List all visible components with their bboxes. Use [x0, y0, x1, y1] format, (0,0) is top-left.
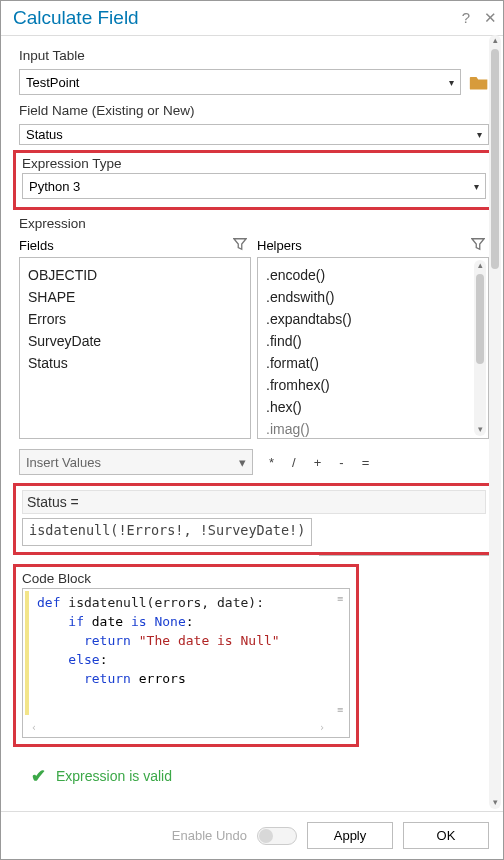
stepper-up-icon[interactable]: ≡: [337, 593, 343, 604]
help-icon[interactable]: ?: [462, 9, 470, 27]
filter-icon[interactable]: [233, 237, 247, 254]
scroll-thumb[interactable]: [476, 274, 484, 364]
input-table-value: TestPoint: [26, 75, 79, 90]
list-item[interactable]: .expandtabs(): [266, 308, 480, 330]
validation-row: ✔ Expression is valid: [31, 765, 489, 787]
footer-bar: Enable Undo Apply OK: [1, 811, 503, 859]
insert-operators-row: Insert Values ▾ * / + - =: [19, 449, 489, 475]
list-item[interactable]: SurveyDate: [28, 330, 242, 352]
helpers-header: Helpers: [257, 237, 489, 254]
operator-minus[interactable]: -: [339, 455, 343, 470]
list-item[interactable]: .hex(): [266, 396, 480, 418]
chevron-down-icon: ▾: [239, 455, 246, 470]
stepper-down-icon[interactable]: ≡: [337, 704, 343, 715]
operator-divide[interactable]: /: [292, 455, 296, 470]
toggle-knob: [259, 829, 273, 843]
field-name-label: Field Name (Existing or New): [19, 103, 489, 118]
helpers-column: Helpers .encode() .endswith() .expandtab…: [257, 237, 489, 439]
list-item[interactable]: SHAPE: [28, 286, 242, 308]
expression-type-select[interactable]: Python 3 ▾: [22, 173, 486, 199]
input-table-select[interactable]: TestPoint ▾: [19, 69, 461, 95]
fields-column: Fields OBJECTID SHAPE Errors SurveyDate …: [19, 237, 251, 439]
field-name-select[interactable]: Status ▾: [19, 124, 489, 145]
expression-label: Expression: [19, 216, 489, 231]
expression-input-wrap: isdatenull(!Errors!, !SurveyDate!): [22, 514, 486, 546]
insert-values-label: Insert Values: [26, 455, 101, 470]
chevron-down-icon: ▾: [477, 129, 482, 140]
code-content[interactable]: def isdatenull(errors, date): if date is…: [37, 593, 345, 688]
ok-button[interactable]: OK: [403, 822, 489, 849]
list-item[interactable]: .encode(): [266, 264, 480, 286]
enable-undo-toggle[interactable]: [257, 827, 297, 845]
scroll-thumb[interactable]: [491, 49, 499, 269]
titlebar-buttons: ? ✕: [462, 9, 497, 27]
title-bar: Calculate Field ? ✕: [1, 1, 503, 36]
list-item[interactable]: Errors: [28, 308, 242, 330]
expression-type-label: Expression Type: [22, 156, 486, 171]
helpers-label: Helpers: [257, 238, 302, 253]
input-table-row: TestPoint ▾: [19, 69, 489, 95]
check-icon: ✔: [31, 765, 46, 787]
code-block-highlight: Code Block def isdatenull(errors, date):…: [13, 564, 359, 747]
scroll-up-icon[interactable]: ▴: [489, 35, 501, 47]
scroll-down-icon[interactable]: ▾: [474, 424, 486, 436]
chevron-down-icon: ▾: [449, 77, 454, 88]
expression-input[interactable]: isdatenull(!Errors!, !SurveyDate!): [22, 518, 312, 546]
list-item[interactable]: .imag(): [266, 418, 480, 439]
code-block-label: Code Block: [22, 571, 350, 586]
code-vscrollbar[interactable]: ≡ ≡: [334, 593, 346, 715]
operator-plus[interactable]: +: [314, 455, 322, 470]
scroll-up-icon[interactable]: ▴: [474, 260, 486, 272]
validation-message: Expression is valid: [56, 768, 172, 784]
dialog-title: Calculate Field: [13, 7, 139, 29]
fields-helpers-section: Fields OBJECTID SHAPE Errors SurveyDate …: [19, 237, 489, 439]
operator-multiply[interactable]: *: [269, 455, 274, 470]
scroll-right-icon[interactable]: ›: [319, 722, 325, 734]
scrollbar[interactable]: ▴ ▾: [474, 260, 486, 436]
operator-equals[interactable]: =: [362, 455, 370, 470]
content-area: Input Table TestPoint ▾ Field Name (Exis…: [1, 36, 503, 787]
close-icon[interactable]: ✕: [484, 9, 497, 27]
list-item[interactable]: Status: [28, 352, 242, 374]
list-item[interactable]: .fromhex(): [266, 374, 480, 396]
list-item[interactable]: .find(): [266, 330, 480, 352]
expression-highlight: Status = isdatenull(!Errors!, !SurveyDat…: [13, 483, 495, 555]
filter-icon[interactable]: [471, 237, 485, 254]
list-item[interactable]: .endswith(): [266, 286, 480, 308]
code-gutter: [25, 591, 29, 715]
chevron-down-icon: ▾: [474, 181, 479, 192]
list-item[interactable]: OBJECTID: [28, 264, 242, 286]
input-table-label: Input Table: [19, 48, 489, 63]
list-item[interactable]: .format(): [266, 352, 480, 374]
expression-type-highlight: Expression Type Python 3 ▾: [13, 150, 495, 210]
apply-button[interactable]: Apply: [307, 822, 393, 849]
operators-row: * / + - =: [259, 455, 489, 470]
fields-header: Fields: [19, 237, 251, 254]
insert-values-select[interactable]: Insert Values ▾: [19, 449, 253, 475]
field-name-value: Status: [26, 127, 63, 142]
code-hscrollbar[interactable]: ‹ ›: [27, 722, 329, 734]
browse-folder-icon[interactable]: [469, 73, 489, 91]
expression-type-value: Python 3: [29, 179, 80, 194]
code-block-textarea[interactable]: def isdatenull(errors, date): if date is…: [22, 588, 350, 738]
panel-scrollbar[interactable]: ▴ ▾: [489, 35, 501, 809]
helpers-listbox[interactable]: .encode() .endswith() .expandtabs() .fin…: [257, 257, 489, 439]
enable-undo-label: Enable Undo: [172, 828, 247, 843]
status-equals-label: Status =: [22, 490, 486, 514]
scroll-left-icon[interactable]: ‹: [31, 722, 37, 734]
scroll-down-icon[interactable]: ▾: [489, 797, 501, 809]
fields-label: Fields: [19, 238, 54, 253]
fields-listbox[interactable]: OBJECTID SHAPE Errors SurveyDate Status: [19, 257, 251, 439]
